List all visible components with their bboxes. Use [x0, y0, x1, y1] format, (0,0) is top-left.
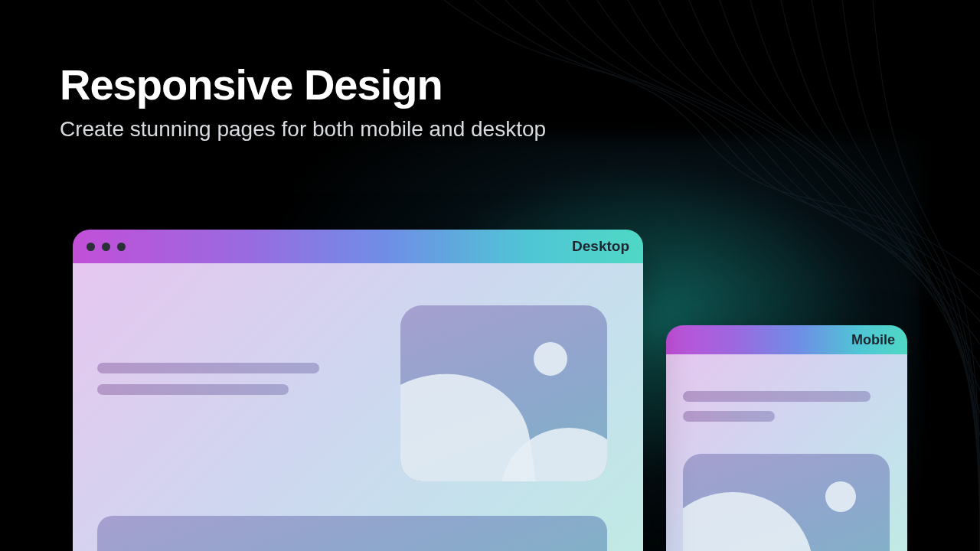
text-placeholder-line [683, 391, 871, 402]
window-body-mobile [666, 354, 907, 551]
window-body-desktop [73, 263, 643, 551]
image-placeholder-hill [683, 492, 813, 551]
traffic-light-dot [117, 243, 126, 251]
hero: Responsive Design Create stunning pages … [60, 60, 546, 142]
image-placeholder [683, 454, 890, 551]
window-desktop: Desktop [73, 230, 643, 551]
text-placeholder-line [97, 363, 319, 373]
window-label-mobile: Mobile [851, 332, 895, 348]
traffic-light-dot [87, 243, 95, 251]
image-placeholder-sun [825, 481, 856, 512]
window-label-desktop: Desktop [572, 238, 629, 255]
image-placeholder-sun [534, 342, 567, 376]
traffic-light-dot [102, 243, 110, 251]
text-placeholder-line [97, 384, 289, 395]
titlebar-desktop: Desktop [73, 230, 643, 263]
window-mobile: Mobile [666, 325, 907, 551]
page-title: Responsive Design [60, 60, 546, 109]
titlebar-mobile: Mobile [666, 325, 907, 354]
content-block-placeholder [97, 516, 607, 551]
text-placeholder-line [683, 411, 775, 422]
page-subtitle: Create stunning pages for both mobile an… [60, 117, 546, 142]
traffic-lights [87, 243, 126, 251]
image-placeholder [400, 305, 607, 481]
